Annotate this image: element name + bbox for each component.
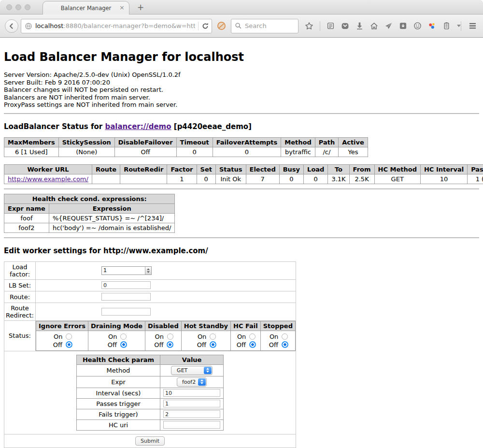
cell: 3.1K [328, 174, 349, 184]
radio-label: Off [106, 341, 117, 349]
traffic-light-zoom[interactable] [25, 4, 30, 10]
passes-trigger-input[interactable] [163, 400, 220, 407]
column-header: Path [315, 137, 338, 147]
chevron-down-icon[interactable] [457, 25, 461, 27]
table-row: Fails trigger) [76, 409, 223, 419]
worker-url-link[interactable]: http://www.example.com/ [8, 175, 88, 183]
server-info: Server Version: Apache/2.5.0-dev (Unix) … [4, 71, 479, 109]
balancer-demo-link[interactable]: balancer://demo [105, 122, 171, 131]
load-factor-value[interactable] [102, 267, 145, 275]
select-value: foof2 [182, 379, 196, 385]
column-header: HC Fail [231, 321, 261, 331]
table-row: 6 [1 Used] (None) Off 0 0 bytraffic /c/ … [4, 147, 368, 157]
url-path: :8880/balancer-manager?b=demo&w=http://w… [63, 22, 195, 29]
column-header: Method [281, 137, 315, 147]
column-header: StickySession [58, 137, 114, 147]
url-text[interactable]: localhost:8880/balancer-manager?b=demo&w… [35, 22, 195, 29]
column-header: FailoverAttempts [213, 137, 281, 147]
cell: Yes [339, 147, 368, 157]
balancer-id: [p4420eeae_demo] [174, 122, 252, 131]
radio-hot-standby-off[interactable] [210, 341, 216, 348]
column-header: Load [304, 164, 328, 174]
load-factor-input[interactable] [101, 266, 152, 275]
colorful-dots-icon[interactable] [428, 22, 436, 30]
home-icon[interactable] [370, 22, 378, 30]
url-bar[interactable]: localhost:8880/balancer-manager?b=demo&w… [21, 19, 212, 33]
column-header: Disabled [145, 321, 182, 331]
route-input[interactable] [101, 293, 151, 301]
radio-label: On [196, 332, 206, 341]
form-row-status: Status: Ignore Errors Draining Mode Disa… [4, 320, 296, 351]
traffic-light-minimize[interactable] [15, 4, 21, 10]
panel-download-icon[interactable] [399, 22, 407, 30]
notice-line: ProxyPass settings are NOT inherited fro… [4, 101, 479, 109]
balancer-status-table: MaxMembers StickySession DisableFailover… [4, 137, 368, 157]
radio-label: Off [196, 341, 206, 349]
radio-label: Off [235, 341, 246, 349]
expr-select[interactable]: foof2 [177, 377, 207, 387]
hc-uri-input[interactable] [163, 421, 220, 429]
edit-worker-form: Load factor: LB Set: Route: Route Redire… [4, 261, 296, 448]
field-label: Route Redirect: [4, 303, 36, 320]
radio-draining-mode-off[interactable] [120, 341, 127, 348]
radio-label: On [153, 332, 164, 341]
search-bar[interactable]: Search [231, 19, 298, 33]
param-label: Fails trigger) [76, 409, 160, 419]
toolbar-right [461, 21, 483, 31]
field-label: LB Set: [4, 279, 36, 291]
radio-disabled-on[interactable] [167, 333, 173, 340]
table-title-row: Health check cond. expressions: [4, 194, 175, 203]
reload-icon[interactable] [201, 22, 209, 30]
send-plane-icon[interactable] [384, 22, 393, 30]
lb-set-input[interactable] [101, 281, 151, 289]
menu-hamburger-icon[interactable] [468, 21, 477, 30]
plugin-blocked-icon[interactable] [217, 21, 226, 30]
cell: 0 [213, 147, 281, 157]
bookmark-star-icon[interactable] [305, 22, 313, 30]
radio-stopped-on[interactable] [282, 333, 288, 340]
close-tab-icon[interactable]: × [119, 4, 125, 11]
clipboard-extension-icon[interactable] [442, 22, 451, 30]
route-redirect-input[interactable] [101, 308, 151, 316]
server-built: Server Built: Feb 9 2016 07:00:20 [4, 79, 479, 87]
forum-smiley-icon[interactable] [413, 22, 422, 30]
divider [4, 113, 479, 114]
radio-draining-mode-on[interactable] [120, 333, 127, 340]
column-header: MaxMembers [4, 137, 59, 147]
radio-hot-standby-on[interactable] [210, 333, 216, 340]
submit-button[interactable]: Submit [135, 436, 165, 446]
back-button[interactable] [5, 19, 18, 33]
radio-hc-fail-off[interactable] [249, 341, 256, 348]
table-row: Interval (secs) [76, 388, 223, 398]
traffic-light-close[interactable] [6, 4, 12, 10]
form-row-route-redirect: Route Redirect: [4, 303, 296, 320]
downloads-icon[interactable] [355, 22, 364, 30]
column-header: Status [215, 164, 246, 174]
radio-ignore-errors-off[interactable] [66, 341, 72, 348]
number-stepper-icon[interactable] [145, 267, 151, 275]
radio-stopped-off[interactable] [282, 341, 288, 348]
reading-list-icon[interactable] [327, 22, 335, 30]
radio-label: On [235, 332, 246, 341]
interval-input[interactable] [163, 389, 220, 397]
cell: 7 [246, 174, 279, 184]
divider [4, 188, 479, 189]
fails-trigger-input[interactable] [163, 410, 220, 418]
radio-hc-fail-on[interactable] [249, 333, 256, 340]
edit-worker-heading: Edit worker settings for http://www.exam… [4, 246, 479, 255]
radio-label: Off [153, 341, 163, 349]
pocket-icon[interactable] [341, 22, 349, 30]
table-header-row: Health Check param Value [76, 355, 223, 364]
column-header: RouteRedir [120, 164, 167, 174]
method-select[interactable]: GET [171, 366, 213, 375]
new-tab-button[interactable]: + [137, 2, 144, 12]
column-header: Worker URL [4, 164, 92, 174]
radio-ignore-errors-on[interactable] [66, 333, 72, 340]
table-header-row: MaxMembers StickySession DisableFailover… [4, 137, 368, 147]
form-row-lb-set: LB Set: [4, 279, 296, 291]
tab-balancer-manager[interactable]: Balancer Manager × [43, 1, 129, 14]
table-title: Health check cond. expressions: [4, 194, 175, 203]
radio-disabled-off[interactable] [167, 341, 173, 348]
cell: 0 [176, 147, 213, 157]
expr-name-cell: foof2 [4, 223, 49, 232]
